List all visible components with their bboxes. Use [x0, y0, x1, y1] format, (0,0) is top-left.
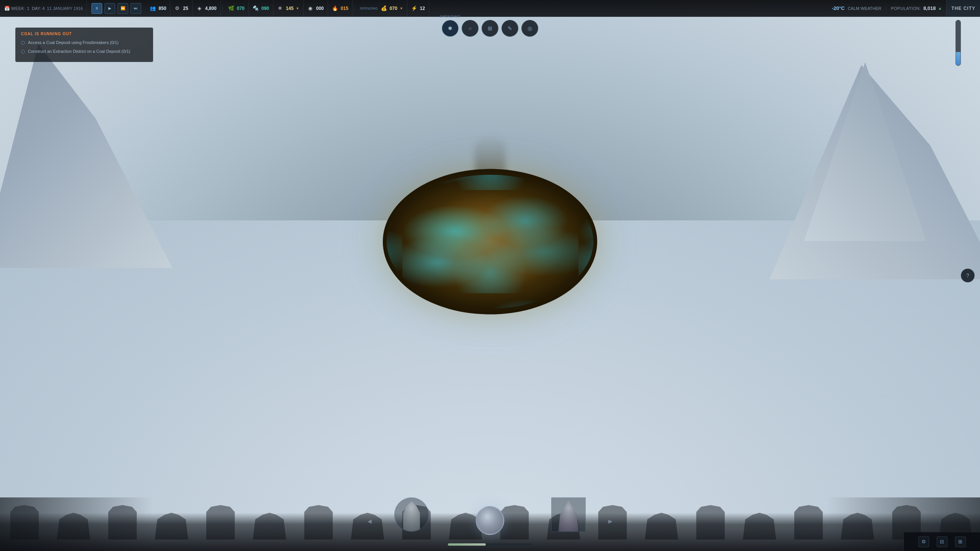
secondary-value: 12: [420, 6, 425, 11]
bottom-right-controls: ⚙ ⊟ ⊞: [903, 532, 980, 551]
population-label: POPULATION:: [891, 6, 921, 11]
bottom-left-arrow[interactable]: ◀: [368, 518, 372, 524]
spending-arrow-icon: ▼: [400, 7, 403, 10]
skip-button[interactable]: ⏭: [131, 3, 141, 14]
spending-value: 070: [390, 6, 397, 11]
heat-icon: 🔥: [332, 5, 338, 11]
objective-item-1: Access a Coal Deposit using Frostbreaker…: [21, 40, 147, 46]
temperature-bar: [956, 20, 961, 66]
objective-card: COAL IS RUNNING OUT Access a Coal Deposi…: [15, 28, 153, 62]
week-label: WEEK: 1: [11, 6, 29, 11]
food-value: 070: [237, 6, 245, 11]
weather-section: -20°C CALM WEATHER: [827, 5, 886, 11]
objective-text-2: Construct an Extraction District on a Co…: [28, 49, 130, 54]
people-group: ◈ 4,800: [193, 0, 221, 16]
workers-value: 850: [158, 6, 166, 11]
objective-radio-2[interactable]: [21, 50, 25, 54]
calendar-icon: 📅: [4, 5, 10, 11]
nav-grid-button[interactable]: ⊞: [482, 20, 498, 37]
food-icon: 🌿: [228, 5, 234, 11]
nav-snowflake-button[interactable]: ❅: [442, 20, 459, 37]
people-icon: ◈: [196, 5, 203, 11]
people-value: 4,800: [205, 6, 217, 11]
separator-2: [354, 5, 354, 12]
material-group: 🔩 090: [249, 0, 273, 16]
material-icon: 🔩: [253, 5, 259, 11]
character-frame-left[interactable]: [394, 497, 429, 532]
day-label: DAY: 4: [32, 6, 44, 11]
coal-value: 000: [316, 6, 324, 11]
temperature-fill: [956, 52, 960, 65]
population-section: POPULATION: 8,018 ▲: [886, 5, 946, 11]
objective-item-2: Construct an Extraction District on a Co…: [21, 49, 147, 54]
spending-nav-label: SPENDING: [439, 15, 461, 18]
population-value: 8,018: [923, 5, 936, 11]
steam-group: ❄ 145 ▼: [273, 0, 304, 16]
top-hud: 📅 WEEK: 1 DAY: 4 11 JANUARY 1916 ⏸ ▶ ⏩ ⏭…: [0, 0, 980, 17]
playback-controls: ⏸ ▶ ⏩ ⏭: [87, 3, 146, 14]
spending-group: SPENDING 💰 070 ▼: [356, 0, 407, 16]
workers-group: 👥 850: [146, 0, 170, 16]
secondary-icon: ⚡: [411, 5, 417, 11]
city-ring: [383, 169, 597, 315]
fast-forward-button[interactable]: ⏩: [118, 3, 128, 14]
city-name-section[interactable]: THE CITY: [946, 0, 980, 16]
character-silhouette-left: [395, 498, 428, 531]
objective-title: COAL IS RUNNING OUT: [21, 32, 147, 36]
top-center-nav: SPENDING ❅ ○ ⊞ ✎ ◎: [442, 20, 538, 37]
spending-indicator-label: SPENDING: [360, 7, 378, 10]
character-silhouette-right: [552, 498, 585, 531]
center-medallion[interactable]: [476, 506, 505, 535]
nav-eye-button[interactable]: ◎: [521, 20, 538, 37]
heat-value: 015: [341, 6, 348, 11]
day-progress-fill: [448, 543, 486, 546]
workers-icon: 👥: [150, 5, 156, 11]
coal-group: ◉ 000: [304, 0, 328, 16]
material-value: 090: [261, 6, 269, 11]
steam-icon: ❄: [277, 5, 283, 11]
steam-value: 145: [286, 6, 294, 11]
secondary-group: ⚡ 12: [407, 0, 429, 16]
character-frame-right[interactable]: [551, 497, 586, 532]
nav-pencil-button[interactable]: ✎: [501, 20, 518, 37]
date-label: 11 JANUARY 1916: [47, 6, 83, 11]
grid-view-button[interactable]: ⊞: [955, 536, 966, 547]
nav-people-button[interactable]: ○: [462, 20, 479, 37]
settings-button[interactable]: ⚙: [918, 536, 929, 547]
help-icon: ?: [966, 272, 969, 279]
city-name: THE CITY: [951, 6, 975, 11]
bottom-right-arrow[interactable]: ▶: [608, 518, 612, 524]
population-trend-icon: ▲: [938, 6, 942, 10]
food-group: 🌿 070: [224, 0, 249, 16]
separator-1: [222, 5, 223, 12]
engineers-group: ⚙ 25: [170, 0, 192, 16]
layout-button[interactable]: ⊟: [937, 536, 947, 547]
objective-text-1: Access a Coal Deposit using Frostbreaker…: [28, 40, 119, 46]
game-background: [0, 0, 980, 551]
weather-label: CALM WEATHER: [848, 6, 881, 11]
engineers-icon: ⚙: [174, 5, 180, 11]
engineers-value: 25: [183, 6, 188, 11]
city-buildings: [387, 175, 593, 309]
spending-icon: 💰: [381, 5, 387, 11]
help-button[interactable]: ?: [961, 269, 975, 282]
left-panel: COAL IS RUNNING OUT Access a Coal Deposi…: [15, 28, 153, 65]
heat-group: 🔥 015: [328, 0, 353, 16]
objective-radio-1[interactable]: [21, 41, 25, 45]
pause-button[interactable]: ⏸: [91, 3, 102, 14]
city-center: [371, 152, 609, 351]
day-progress-bar: [448, 543, 532, 546]
coal-icon: ◉: [307, 5, 314, 11]
steam-trend: ▼: [296, 7, 299, 10]
play-button[interactable]: ▶: [105, 3, 115, 14]
date-section: 📅 WEEK: 1 DAY: 4 11 JANUARY 1916: [0, 0, 87, 16]
temperature-value: -20°C: [832, 5, 844, 11]
